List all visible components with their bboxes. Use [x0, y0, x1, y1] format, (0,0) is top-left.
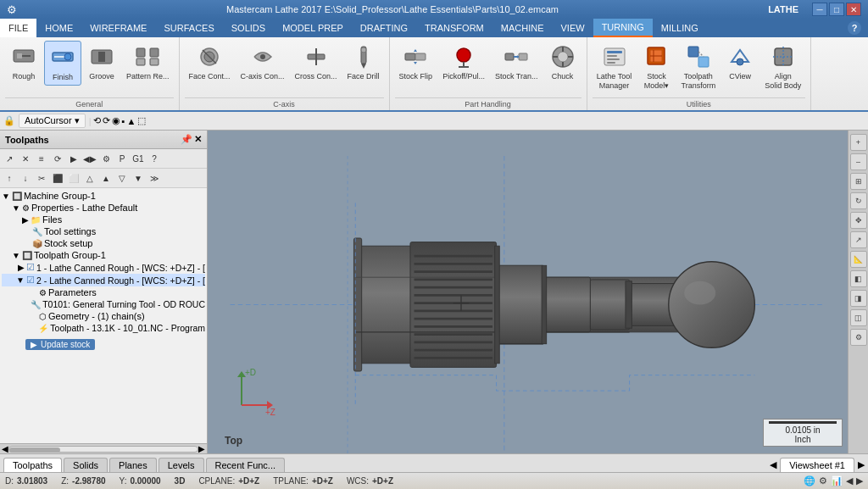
tree-toolpath-group[interactable]: ▼ 🔲 Toolpath Group-1	[2, 249, 205, 261]
tree-tool-settings[interactable]: 🔧 Tool settings	[2, 225, 205, 237]
menu-turning[interactable]: TURNING	[593, 19, 653, 37]
panel-tool-btn-1[interactable]: ↑	[2, 170, 17, 186]
arrow-right-icon[interactable]: ▶	[858, 459, 865, 470]
minimize-button[interactable]: ─	[812, 3, 827, 16]
status-icon3[interactable]: 📊	[831, 475, 843, 486]
panel-select-button[interactable]: ↗	[2, 151, 17, 166]
menu-machine[interactable]: MACHINE	[492, 19, 553, 37]
panel-simulate-button[interactable]: ⚙	[98, 151, 114, 166]
update-stock-button[interactable]: ▶ Update stock	[25, 339, 95, 350]
arrow-left-icon[interactable]: ◀	[770, 459, 776, 470]
scroll-track[interactable]	[8, 446, 198, 453]
panel-tool-btn-8[interactable]: ▽	[114, 170, 130, 186]
rm-select[interactable]: ↗	[850, 231, 867, 248]
tree-parameters[interactable]: ⚙ Parameters	[2, 286, 205, 298]
rm-measure[interactable]: 📐	[850, 251, 867, 268]
rm-view3[interactable]: ◫	[850, 309, 867, 326]
tree-machine-group[interactable]: ▼ 🔲 Machine Group-1	[2, 190, 205, 202]
autocursor-dropdown[interactable]: AutoCursor ▾	[19, 114, 86, 128]
menu-solids[interactable]: SOLIDS	[223, 19, 274, 37]
panel-help-button[interactable]: ?	[147, 151, 162, 166]
close-button[interactable]: ✕	[846, 3, 861, 16]
panel-deselect-button[interactable]: ✕	[18, 151, 33, 166]
scroll-left[interactable]: ◀	[2, 444, 8, 453]
panel-tool-btn-2[interactable]: ↓	[18, 170, 33, 186]
status-icon1[interactable]: 🌐	[804, 475, 815, 486]
menu-milling[interactable]: MILLING	[653, 19, 707, 37]
toolbar-icon2[interactable]: ⟳	[103, 115, 110, 126]
menu-view[interactable]: VIEW	[553, 19, 593, 37]
ribbon-stock-model-button[interactable]: Stock Model▾	[638, 41, 676, 93]
menu-surfaces[interactable]: SURFACES	[155, 19, 222, 37]
tab-recent[interactable]: Recent Func...	[206, 458, 286, 472]
ribbon-caxis-cont-button[interactable]: C-axis Con...	[236, 41, 289, 84]
panel-regen-button[interactable]: ⟳	[50, 151, 65, 166]
ribbon-stock-tran-button[interactable]: Stock Tran...	[491, 41, 542, 84]
rm-rotate[interactable]: ↻	[850, 192, 867, 209]
menu-file[interactable]: FILE	[0, 19, 36, 37]
panel-tool-btn-7[interactable]: ▲	[98, 170, 114, 186]
panel-scrollbar[interactable]: ◀ ▶	[0, 443, 207, 453]
maximize-button[interactable]: □	[829, 3, 844, 16]
ribbon-align-solid-button[interactable]: Align Solid Body	[760, 41, 805, 93]
ribbon-rough-button[interactable]: Rough	[5, 41, 42, 84]
rm-zoom-in[interactable]: +	[850, 134, 867, 151]
toolbar-icon3[interactable]: ◉	[112, 115, 120, 126]
tree-properties[interactable]: ▼ ⚙ Properties - Lathe Default	[2, 202, 205, 214]
ribbon-pickoff-button[interactable]: Pickoff/Pul...	[438, 41, 489, 84]
panel-tool-btn-5[interactable]: ⬜	[66, 170, 81, 186]
toolbar-icon4[interactable]: ▪	[122, 116, 125, 126]
ribbon-chuck-button[interactable]: Chuck	[544, 41, 581, 84]
rm-zoom-fit[interactable]: ⊞	[850, 173, 867, 190]
panel-tool-btn-9[interactable]: ▼	[131, 170, 146, 186]
ribbon-finish-button[interactable]: Finish	[44, 41, 81, 86]
status-icon2[interactable]: ⚙	[819, 475, 827, 486]
panel-tool-btn-4[interactable]: ⬛	[50, 170, 65, 186]
menu-model-prep[interactable]: MODEL PREP	[274, 19, 352, 37]
tree-files[interactable]: ▶ 📁 Files	[2, 214, 205, 225]
ribbon-cview-button[interactable]: CView	[721, 41, 759, 84]
tab-levels[interactable]: Levels	[159, 458, 204, 472]
toolbar-icon5[interactable]: ▲	[126, 116, 136, 126]
rm-view2[interactable]: ◨	[850, 290, 867, 307]
scroll-right[interactable]: ▶	[198, 444, 205, 453]
tab-solids[interactable]: Solids	[64, 458, 108, 472]
tab-planes[interactable]: Planes	[109, 458, 157, 472]
menu-drafting[interactable]: DRAFTING	[352, 19, 416, 37]
panel-pin-button[interactable]: 📌	[181, 134, 192, 145]
tree-op2[interactable]: ▼ ☑ 2 - Lathe Canned Rough - [WCS: +D+Z]…	[2, 274, 205, 286]
ribbon-face-cont-button[interactable]: Face Cont...	[185, 41, 235, 84]
window-controls[interactable]: ─ □ ✕	[812, 3, 861, 16]
panel-verify-button[interactable]: ▶	[66, 151, 81, 166]
rm-view1[interactable]: ◧	[850, 270, 867, 287]
toolbar-icon1[interactable]: ⟲	[93, 115, 101, 126]
toolbar-icon6[interactable]: ⬚	[137, 115, 146, 126]
panel-tool-btn-3[interactable]: ✂	[34, 170, 49, 186]
tree-geometry[interactable]: ⬡ Geometry - (1) chain(s)	[2, 310, 205, 322]
panel-backplot-button[interactable]: ◀▶	[82, 151, 97, 166]
help-button[interactable]: ?	[848, 21, 868, 35]
ribbon-groove-button[interactable]: Groove	[83, 41, 120, 84]
viewsheet-tab[interactable]: Viewsheet #1	[780, 458, 854, 472]
rm-settings[interactable]: ⚙	[850, 329, 867, 346]
tree-toolpath-entry[interactable]: ⚡ Toolpath - 13.1K - 10_01.NC - Program	[2, 322, 205, 334]
panel-g1-button[interactable]: G1	[131, 151, 146, 166]
ribbon-stock-flip-button[interactable]: Stock Flip	[395, 41, 437, 84]
ribbon-pattern-button[interactable]: Pattern Re...	[122, 41, 174, 84]
ribbon-face-drill-button[interactable]: Face Drill	[343, 41, 384, 84]
panel-tool-btn-10[interactable]: ≫	[147, 170, 162, 186]
panel-toggle-button[interactable]: ≡	[34, 151, 49, 166]
panel-post-button[interactable]: P	[114, 151, 130, 166]
tree-tool[interactable]: 🔧 T0101: General Turning Tool - OD ROUC	[2, 298, 205, 310]
menu-wireframe[interactable]: WIREFRAME	[81, 19, 155, 37]
ribbon-cross-cont-button[interactable]: Cross Con...	[291, 41, 342, 84]
tree-op1[interactable]: ▶ ☑ 1 - Lathe Canned Rough - [WCS: +D+Z]…	[2, 261, 205, 274]
tree-stock-setup[interactable]: 📦 Stock setup	[2, 237, 205, 249]
ribbon-lathe-tool-mgr-button[interactable]: Lathe Tool Manager	[593, 41, 637, 93]
menu-home[interactable]: HOME	[36, 19, 81, 37]
rm-zoom-out[interactable]: –	[850, 153, 867, 170]
tree-update-stock[interactable]: ▶ Update stock	[2, 337, 205, 352]
tab-toolpaths[interactable]: Toolpaths	[3, 458, 62, 472]
rm-pan[interactable]: ✥	[850, 212, 867, 229]
panel-tool-btn-6[interactable]: △	[82, 170, 97, 186]
